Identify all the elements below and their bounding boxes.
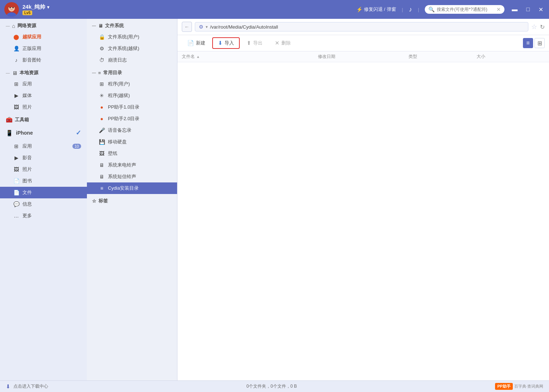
mid-item-wallpaper[interactable]: 🖼 壁纸 <box>87 148 177 159</box>
col-date-header[interactable]: 修改日期 <box>318 54 409 60</box>
mid-item-fs-jailbreak[interactable]: ⚙ 文件系统(越狱) <box>87 43 177 54</box>
local-app-icon: ⊞ <box>13 81 20 87</box>
mid-item-cydia-install[interactable]: ≡ Cydia安装目录 <box>87 182 177 194</box>
iphone-section-header[interactable]: 📱 iPhone ✓ <box>0 125 87 140</box>
mid-item-crash-log[interactable]: ⏱ 崩溃日志 <box>87 54 177 66</box>
pp1-icon: ● <box>99 104 105 110</box>
iphone-photo-icon: 🖼 <box>13 167 20 172</box>
cydia-install-label: Cydia安装目录 <box>108 185 139 191</box>
statusbar-branding: PP助手 百字典·查词典网 <box>495 383 543 390</box>
address-bar: ← ⚙ ▾ /var/root/Media/Cydia/AutoInstall … <box>177 19 549 35</box>
mid-item-pp1[interactable]: ● PP助手1.0目录 <box>87 101 177 113</box>
sidebar-item-iphone-more[interactable]: … 更多 <box>0 210 87 222</box>
iphone-app-icon: ⊞ <box>13 143 20 149</box>
sidebar-item-iphone-photo[interactable]: 🖼 照片 <box>0 164 87 175</box>
sidebar-item-ringtone[interactable]: ♪ 影音图铃 <box>0 54 87 66</box>
hdd-icon: 💾 <box>99 139 105 145</box>
local-media-label: 媒体 <box>22 92 32 99</box>
collapse-local-btn[interactable]: — <box>6 71 10 75</box>
sidebar-item-iphone-media[interactable]: ▶ 影音 <box>0 152 87 164</box>
sidebar-item-iphone-file[interactable]: 📄 文件 <box>0 187 87 198</box>
col-type-header[interactable]: 类型 <box>408 54 477 60</box>
mid-item-prog-user[interactable]: ⊞ 程序(用户) <box>87 78 177 90</box>
iphone-device-icon: 📱 <box>6 130 13 136</box>
search-input[interactable] <box>437 7 494 12</box>
sidebar-item-iphone-app[interactable]: ⊞ 应用 10 <box>0 140 87 152</box>
sidebar-item-official-app[interactable]: 👤 正版应用 <box>0 43 87 54</box>
collapse-online-btn[interactable]: — <box>6 24 10 28</box>
minimize-button[interactable]: ▬ <box>510 6 519 13</box>
sidebar-section-toolbox[interactable]: 🧰 工具箱 <box>0 113 87 125</box>
section-label-local: 本地资源 <box>20 69 38 76</box>
import-label: 导入 <box>225 40 234 46</box>
mic-icon: 🎤 <box>99 127 105 133</box>
mid-item-voice-memo[interactable]: 🎤 语音备忘录 <box>87 125 177 136</box>
path-dropdown-btn[interactable]: ▾ <box>206 25 208 29</box>
type-col-label: 类型 <box>408 54 417 59</box>
pp2-icon: ● <box>99 116 105 122</box>
collapse-fs-btn[interactable]: — <box>92 24 96 28</box>
titlebar: 24k_纯帅 ▾ Lv5 ⚡ 修复闪退 / 弹窗 | ♪ | 🔍 ✕ ▬ □ ✕ <box>0 0 549 19</box>
pp2-label: PP助手2.0目录 <box>108 115 139 122</box>
iphone-more-icon: … <box>13 213 20 219</box>
official-app-label: 正版应用 <box>22 45 41 52</box>
sidebar-item-iphone-book[interactable]: 📄 图书 <box>0 175 87 187</box>
sidebar-item-jailbreak-app[interactable]: ⬤ 越狱应用 <box>0 31 87 43</box>
mid-item-pp2[interactable]: ● PP助手2.0目录 <box>87 113 177 125</box>
sidebar-item-local-media[interactable]: ▶ 媒体 <box>0 90 87 101</box>
ringtone-sys-label: 系统来电铃声 <box>108 162 136 168</box>
cydia-list-icon: ≡ <box>99 185 105 191</box>
grid-view-button[interactable]: ⊞ <box>535 38 545 48</box>
col-size-header[interactable]: 大小 <box>477 54 545 60</box>
sidebar-item-local-app[interactable]: ⊞ 应用 <box>0 78 87 90</box>
export-icon: ⬆ <box>247 40 251 46</box>
collapse-common-btn[interactable]: — <box>92 71 96 75</box>
mid-item-sms-tone[interactable]: 🖥 系统短信铃声 <box>87 171 177 182</box>
local-photo-label: 照片 <box>22 104 32 110</box>
content-panel: ← ⚙ ▾ /var/root/Media/Cydia/AutoInstall … <box>177 19 549 380</box>
main-area: — ⌂ 网络资源 ⬤ 越狱应用 👤 正版应用 ♪ 影音图铃 — 🖥 本地资源 ⊞… <box>0 19 549 380</box>
local-app-label: 应用 <box>22 81 32 87</box>
list-view-button[interactable]: ≡ <box>523 38 533 48</box>
clock-icon: ⏱ <box>99 57 105 63</box>
mid-item-fs-user[interactable]: 🔒 文件系统(用户) <box>87 31 177 43</box>
gear-icon-mid: ⚙ <box>99 46 105 51</box>
sidebar-section-local: — 🖥 本地资源 <box>0 66 87 78</box>
dropdown-arrow[interactable]: ▾ <box>47 5 49 10</box>
mid-item-prog-jailbreak[interactable]: ✳ 程序(越狱) <box>87 90 177 101</box>
watermark-text: 百字典·查词典网 <box>514 384 543 389</box>
username[interactable]: 24k_纯帅 ▾ <box>22 4 49 10</box>
section-label-toolbox: 工具箱 <box>15 117 29 123</box>
back-button[interactable]: ← <box>182 22 192 32</box>
new-button[interactable]: 📄 新建 <box>182 38 211 49</box>
iphone-msg-label: 信息 <box>22 201 32 207</box>
download-center-link[interactable]: ⬇ 点击进入下载中心 <box>6 383 48 390</box>
import-button[interactable]: ⬇ 导入 <box>212 37 240 49</box>
close-button[interactable]: ✕ <box>537 6 545 13</box>
mid-panel: — 🖥 文件系统 🔒 文件系统(用户) ⚙ 文件系统(越狱) ⏱ 崩溃日志 — … <box>87 19 177 380</box>
monitor-icon: 🖥 <box>12 70 17 76</box>
sidebar: — ⌂ 网络资源 ⬤ 越狱应用 👤 正版应用 ♪ 影音图铃 — 🖥 本地资源 ⊞… <box>0 19 87 380</box>
download-label: 点击进入下载中心 <box>13 383 48 389</box>
maximize-button[interactable]: □ <box>525 6 531 13</box>
col-name-header[interactable]: 文件名 ▲ <box>182 54 318 60</box>
star-icon-tag: ☆ <box>92 198 96 204</box>
sidebar-item-iphone-msg[interactable]: 💬 信息 <box>0 198 87 210</box>
mid-item-ringtone-sys[interactable]: 🖥 系统来电铃声 <box>87 159 177 171</box>
pp-logo: PP助手 <box>495 383 513 390</box>
refresh-button[interactable]: ↻ <box>540 24 545 30</box>
mid-item-hdd[interactable]: 💾 移动硬盘 <box>87 136 177 148</box>
music-button[interactable]: ♪ <box>409 6 412 13</box>
export-button[interactable]: ⬆ 导出 <box>241 38 268 49</box>
mid-section-tags[interactable]: ☆ 标签 <box>87 194 177 206</box>
delete-button[interactable]: ✕ 删除 <box>269 38 296 49</box>
fs-user-label: 文件系统(用户) <box>108 34 139 40</box>
flash-icon: ⚡ <box>356 7 362 12</box>
ringtone-label: 影音图铃 <box>22 57 41 63</box>
favorite-star-icon[interactable]: ☆ <box>531 23 537 31</box>
sidebar-item-local-photo[interactable]: 🖼 照片 <box>0 101 87 113</box>
iphone-media-label: 影音 <box>22 155 32 161</box>
search-clear-icon[interactable]: ✕ <box>496 7 501 12</box>
iphone-msg-icon: 💬 <box>13 201 20 207</box>
restore-button[interactable]: ⚡ 修复闪退 / 弹窗 <box>356 6 396 13</box>
